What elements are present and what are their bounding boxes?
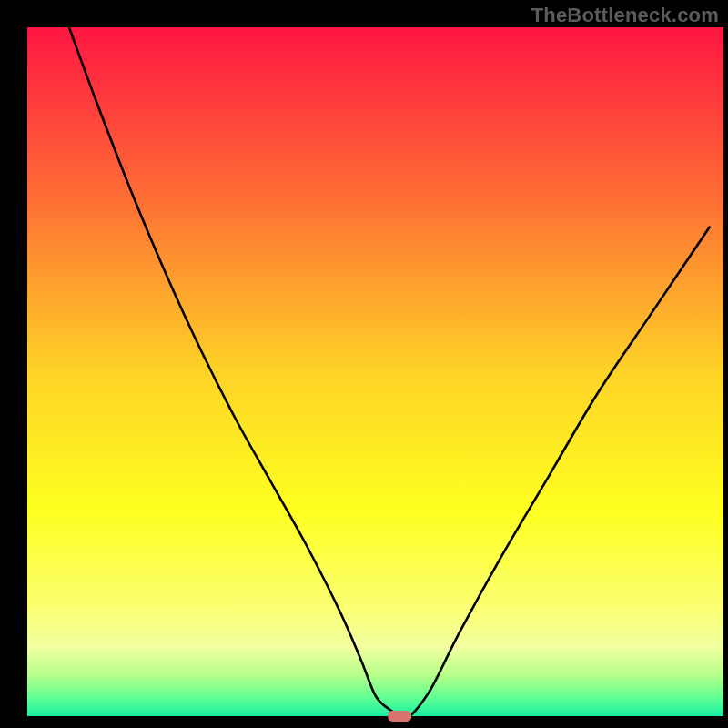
watermark-text: TheBottleneck.com <box>531 4 719 27</box>
chart-frame: TheBottleneck.com <box>0 0 728 728</box>
bottleneck-chart <box>0 0 728 728</box>
plot-background <box>27 27 723 716</box>
optimum-marker <box>388 711 411 722</box>
